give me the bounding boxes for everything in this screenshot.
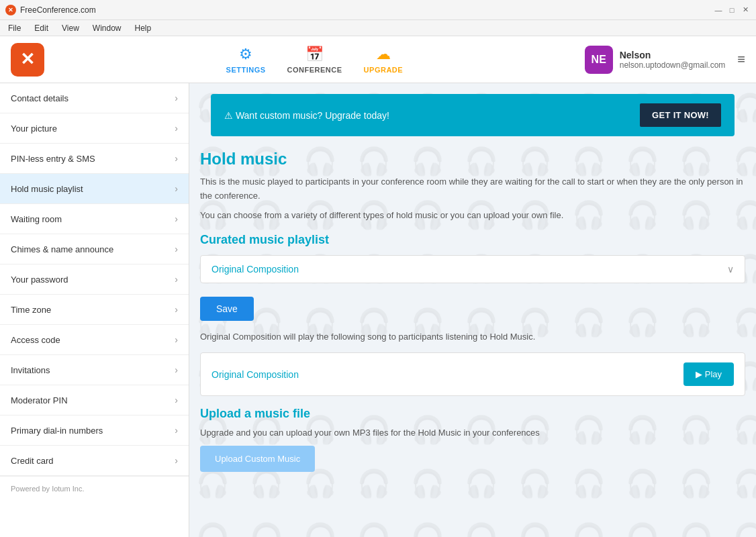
track-item: Original Composition ▶ Play [200,352,745,396]
app-logo-small: ✕ [5,5,16,15]
save-button[interactable]: Save [200,297,254,321]
hold-music-desc1: This is the music played to participants… [200,175,745,203]
nav-upgrade-label: UPGRADE [364,66,404,74]
menu-window[interactable]: Window [90,22,124,34]
chevron-icon: › [175,334,178,345]
sidebar-label-access: Access code [11,335,60,345]
chevron-icon: › [175,183,178,194]
track-name: Original Composition [211,369,299,380]
sidebar-item-contact-details[interactable]: Contact details › [0,83,189,113]
menu-edit[interactable]: Edit [32,22,51,34]
app-logo: ✕ [11,43,44,77]
playlist-note: Original Composition will play the follo… [200,332,745,342]
sidebar-item-access-code[interactable]: Access code › [0,325,189,355]
sidebar-label-moderator: Moderator PIN [11,395,68,405]
title-bar-left: ✕ FreeConference.com [5,5,96,15]
upload-section: Upload a music file Upgrade and you can … [200,407,745,472]
minimize-button[interactable]: — [713,5,724,15]
sidebar: Contact details › Your picture › PIN-les… [0,83,189,537]
nav-upgrade[interactable]: ☁ UPGRADE [364,46,404,74]
chevron-icon: › [175,153,178,164]
banner-text: ⚠ Want custom music? Upgrade today! [224,110,389,121]
sidebar-item-dial-in[interactable]: Primary dial-in numbers › [0,416,189,446]
upload-title: Upload a music file [200,407,745,421]
nav-conference[interactable]: 📅 CONFERENCE [287,46,342,74]
sidebar-footer: Powered by Iotum Inc. [0,476,189,501]
warning-icon: ⚠ [224,110,236,121]
sidebar-label-contact: Contact details [11,93,68,103]
hold-music-title: Hold music [200,150,745,168]
upload-description: Upgrade and you can upload your own MP3 … [200,428,745,438]
close-button[interactable]: ✕ [740,5,751,15]
hold-music-section: Hold music This is the music played to p… [200,150,745,222]
chevron-icon: › [175,425,178,436]
sidebar-label-credit: Credit card [11,456,54,466]
sidebar-item-moderator-pin[interactable]: Moderator PIN › [0,385,189,416]
upload-custom-music-button[interactable]: Upload Custom Music [200,446,315,472]
sidebar-item-timezone[interactable]: Time zone › [0,295,189,325]
user-name: Nelson [620,50,726,60]
curated-playlist-title: Curated music playlist [200,233,745,247]
sidebar-label-pin: PIN-less entry & SMS [11,154,95,164]
sidebar-label-picture: Your picture [11,124,57,134]
sidebar-item-chimes[interactable]: Chimes & name announce › [0,234,189,264]
chevron-icon: › [175,93,178,103]
user-email: nelson.uptodown@gmail.com [620,60,726,70]
nav-conference-label: CONFERENCE [287,66,342,74]
maximize-button[interactable]: □ [726,5,737,15]
playlist-dropdown[interactable]: Original Composition ∨ [200,255,745,283]
user-profile: NE Nelson nelson.uptodown@gmail.com ≡ [585,46,745,74]
sidebar-label-password: Your password [11,275,68,285]
chevron-icon: › [175,274,178,285]
menu-view[interactable]: View [59,22,82,34]
sidebar-label-invitations: Invitations [11,365,50,375]
selected-playlist: Original Composition [211,264,299,275]
chevron-icon: › [175,304,178,315]
chevron-icon: › [175,364,178,375]
sidebar-item-your-picture[interactable]: Your picture › [0,113,189,144]
curated-playlist-section: Curated music playlist Original Composit… [200,233,745,342]
sidebar-item-pin-less[interactable]: PIN-less entry & SMS › [0,144,189,174]
chevron-icon: › [175,244,178,254]
sidebar-label-dialin: Primary dial-in numbers [11,426,103,436]
get-it-now-button[interactable]: GET IT NOW! [640,103,721,127]
header: ✕ ⚙ SETTINGS 📅 CONFERENCE ☁ UPGRADE NE N… [0,36,756,83]
title-bar: ✕ FreeConference.com — □ ✕ [0,0,756,20]
hold-music-desc2: You can choose from a variety of differe… [200,209,745,223]
menu-file[interactable]: File [5,22,23,34]
logo-icon: ✕ [20,49,35,70]
content-area: 🎧 ⚠ Want custom music? Upgrade today! GE… [189,83,756,537]
user-avatar: NE [585,46,613,74]
header-nav: ⚙ SETTINGS 📅 CONFERENCE ☁ UPGRADE [226,46,404,74]
upgrade-icon: ☁ [376,46,391,63]
sidebar-item-invitations[interactable]: Invitations › [0,355,189,385]
app-container: ✕ ⚙ SETTINGS 📅 CONFERENCE ☁ UPGRADE NE N… [0,36,756,537]
sidebar-label-timezone: Time zone [11,305,51,315]
main-layout: Contact details › Your picture › PIN-les… [0,83,756,537]
sidebar-item-password[interactable]: Your password › [0,264,189,295]
sidebar-label-waiting: Waiting room [11,214,62,224]
chevron-icon: › [175,455,178,466]
sidebar-item-waiting-room[interactable]: Waiting room › [0,204,189,234]
chevron-down-icon: ∨ [727,264,734,275]
sidebar-label-chimes: Chimes & name announce [11,244,113,254]
conference-icon: 📅 [305,46,324,63]
chevron-icon: › [175,123,178,134]
menu-bar: File Edit View Window Help [0,20,756,36]
window-controls[interactable]: — □ ✕ [713,5,751,15]
user-info: Nelson nelson.uptodown@gmail.com [620,50,726,70]
user-menu-button[interactable]: ≡ [737,52,745,67]
sidebar-label-hold-music: Hold music playlist [11,184,83,194]
settings-icon: ⚙ [239,46,252,63]
chevron-icon: › [175,213,178,224]
sidebar-item-credit-card[interactable]: Credit card › [0,446,189,476]
content-inner: ⚠ Want custom music? Upgrade today! GET … [189,94,756,485]
chevron-icon: › [175,395,178,405]
nav-settings-label: SETTINGS [226,66,266,74]
nav-settings[interactable]: ⚙ SETTINGS [226,46,266,74]
app-title: FreeConference.com [20,5,96,15]
sidebar-item-hold-music[interactable]: Hold music playlist › [0,174,189,204]
menu-help[interactable]: Help [132,22,154,34]
play-button[interactable]: ▶ Play [683,362,734,386]
upgrade-banner: ⚠ Want custom music? Upgrade today! GET … [211,94,735,136]
